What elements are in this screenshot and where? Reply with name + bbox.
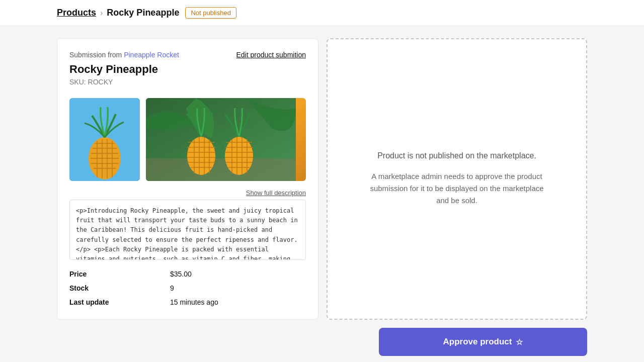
product-image-small	[69, 98, 140, 181]
last-update-label: Last update	[69, 298, 170, 306]
stock-row: Stock 9	[69, 284, 306, 292]
breadcrumb-current-product: Rocky Pineapple	[107, 8, 179, 18]
breadcrumb-separator: ›	[100, 9, 103, 18]
panel-header: Submission from Pineapple Rocket Rocky P…	[69, 51, 306, 96]
product-sku: SKU: ROCKY	[69, 78, 179, 86]
approve-button-container: Approve product ☆	[322, 322, 644, 362]
price-row: Price $35.00	[69, 270, 306, 278]
submission-from-prefix: Submission from	[69, 51, 122, 59]
product-details: Price $35.00 Stock 9 Last update 15 minu…	[69, 270, 306, 306]
not-published-message: Product is not published on the marketpl…	[377, 151, 536, 160]
right-panel: Product is not published on the marketpl…	[327, 38, 587, 320]
star-icon: ☆	[516, 337, 523, 347]
left-panel: Submission from Pineapple Rocket Rocky P…	[57, 38, 318, 320]
product-image-large	[146, 98, 306, 181]
description-box: <p>Introducing Rocky Pineapple, the swee…	[69, 200, 306, 260]
sku-value: ROCKY	[88, 78, 113, 86]
approve-product-button[interactable]: Approve product ☆	[379, 328, 587, 356]
images-row	[69, 98, 306, 181]
edit-product-link[interactable]: Edit product submition	[236, 51, 306, 59]
price-label: Price	[69, 270, 170, 278]
admin-approval-message: A marketplace admin needs to approve the…	[366, 170, 547, 207]
status-badge: Not published	[185, 7, 236, 19]
last-update-row: Last update 15 minutes ago	[69, 298, 306, 306]
stock-label: Stock	[69, 284, 170, 292]
show-full-description-link[interactable]: Show full description	[69, 189, 306, 197]
supplier-link[interactable]: Pineapple Rocket	[124, 51, 179, 59]
approve-button-label: Approve product	[443, 337, 512, 347]
main-content: Submission from Pineapple Rocket Rocky P…	[0, 26, 644, 332]
stock-value: 9	[170, 284, 174, 292]
breadcrumb: Products › Rocky Pineapple Not published	[0, 0, 644, 26]
svg-rect-14	[146, 158, 296, 181]
sku-label: SKU:	[69, 78, 86, 86]
description-text: <p>Introducing Rocky Pineapple, the swee…	[76, 207, 298, 260]
last-update-value: 15 minutes ago	[170, 298, 218, 306]
submission-from: Submission from Pineapple Rocket Rocky P…	[69, 51, 179, 96]
product-title: Rocky Pineapple	[69, 63, 179, 76]
price-value: $35.00	[170, 270, 192, 278]
products-link[interactable]: Products	[57, 8, 96, 18]
